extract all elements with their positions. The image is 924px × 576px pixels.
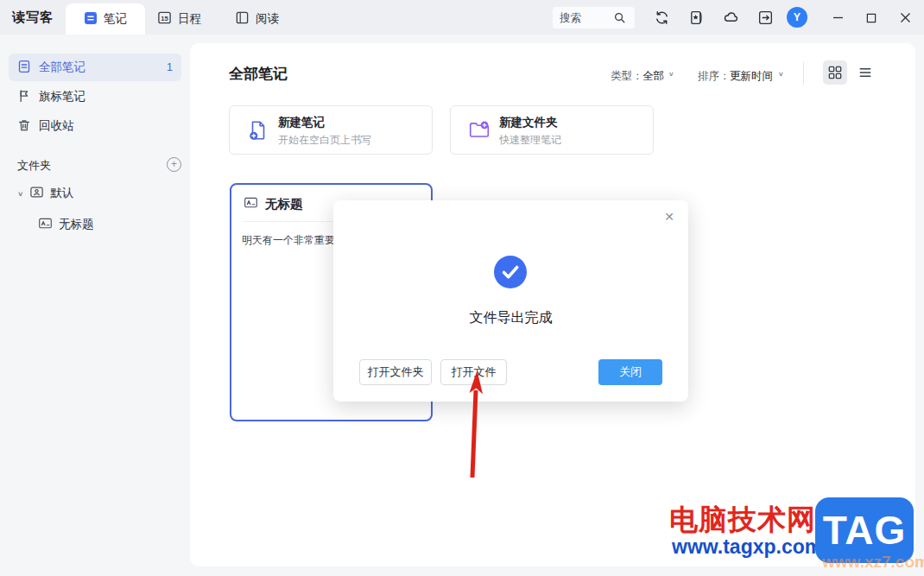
success-check-icon xyxy=(493,255,528,293)
note-icon xyxy=(244,195,258,212)
trash-icon xyxy=(17,118,31,135)
sidebar-item-label: 旗标笔记 xyxy=(39,89,85,104)
sidebar-item-all-notes[interactable]: 全部笔记 1 xyxy=(9,54,181,81)
tab-notes-label: 笔记 xyxy=(104,11,127,27)
export-complete-dialog: ✕ 文件导出完成 打开文件夹 打开文件 关闭 xyxy=(333,200,688,402)
sidebar-item-label: 回收站 xyxy=(39,118,74,134)
red-arrow xyxy=(462,367,488,481)
tab-notes[interactable]: 笔记 xyxy=(66,3,145,35)
sync-icon[interactable] xyxy=(653,9,670,26)
sidebar-item-label: 全部笔记 xyxy=(39,60,85,75)
new-folder-card[interactable]: 新建文件夹 快速整理笔记 xyxy=(450,105,654,155)
document-icon xyxy=(17,60,31,76)
favorites-icon[interactable] xyxy=(687,9,705,26)
watermark-site-name: 电脑技术网 xyxy=(669,501,816,540)
sidebar-item-flagged[interactable]: 旗标笔记 xyxy=(9,83,181,111)
close-icon[interactable] xyxy=(899,11,912,24)
tab-reading-label: 阅读 xyxy=(256,11,279,27)
tag-badge-text: TAG xyxy=(823,507,907,554)
flag-icon xyxy=(17,89,31,105)
sidebar-folder-default[interactable]: ∨ 默认 xyxy=(17,185,73,202)
tab-schedule[interactable]: 15 日程 xyxy=(154,3,205,35)
new-folder-title: 新建文件夹 xyxy=(499,115,558,130)
divider xyxy=(803,62,804,85)
search-input[interactable] xyxy=(553,12,611,24)
cloud-icon[interactable] xyxy=(722,9,739,26)
tab-reading[interactable]: 阅读 xyxy=(231,3,282,35)
sidebar-item-trash[interactable]: 回收站 xyxy=(9,112,181,140)
dialog-message: 文件导出完成 xyxy=(333,309,688,327)
new-note-card[interactable]: 新建笔记 开始在空白页上书写 xyxy=(229,105,433,155)
note-icon xyxy=(38,216,53,233)
maximize-icon[interactable] xyxy=(864,11,877,24)
sort-chevron-icon[interactable]: ∨ xyxy=(778,71,784,78)
folder-user-icon xyxy=(29,185,44,202)
type-filter-label: 类型： xyxy=(611,69,643,84)
new-folder-subtitle: 快速整理笔记 xyxy=(499,133,561,148)
export-icon[interactable] xyxy=(756,9,774,26)
book-icon xyxy=(235,10,250,28)
chevron-down-icon[interactable]: ∨ xyxy=(17,190,23,198)
avatar[interactable]: Y xyxy=(787,7,807,28)
new-folder-icon xyxy=(468,119,490,145)
page-title: 全部笔记 xyxy=(229,64,288,84)
note-name: 无标题 xyxy=(59,217,94,232)
new-note-title: 新建笔记 xyxy=(278,115,325,130)
app-window: 读写客 笔记 15 日程 阅读 xyxy=(0,0,924,576)
list-view-icon[interactable] xyxy=(853,60,877,85)
svg-text:15: 15 xyxy=(161,15,168,22)
open-folder-button[interactable]: 打开文件夹 xyxy=(359,359,432,385)
new-note-icon xyxy=(247,119,269,145)
watermark-faint-url: www.xz7.com xyxy=(822,553,924,572)
sidebar-note-untitled[interactable]: 无标题 xyxy=(38,216,94,233)
folder-name: 默认 xyxy=(50,186,73,201)
note-count-badge: 1 xyxy=(167,61,173,73)
type-filter-value[interactable]: 全部 xyxy=(642,69,664,84)
search-box[interactable] xyxy=(553,7,635,28)
close-button[interactable]: 关闭 xyxy=(598,359,662,385)
calendar-icon: 15 xyxy=(157,10,172,28)
note-card-title: 无标题 xyxy=(265,196,303,212)
watermark-site-url: www.tagxp.com xyxy=(672,535,822,559)
folders-section-label: 文件夹 xyxy=(17,158,51,174)
tab-schedule-label: 日程 xyxy=(178,11,201,27)
notes-tab-icon xyxy=(84,11,98,28)
add-folder-icon[interactable]: + xyxy=(167,157,181,172)
titlebar: 读写客 笔记 15 日程 阅读 xyxy=(0,0,924,35)
app-logo-text: 读写客 xyxy=(12,9,54,26)
sort-filter-label: 排序： xyxy=(698,69,731,84)
sort-filter-value[interactable]: 更新时间 xyxy=(730,69,773,84)
minimize-icon[interactable] xyxy=(832,11,845,24)
dialog-close-icon[interactable]: ✕ xyxy=(664,210,674,224)
new-note-subtitle: 开始在空白页上书写 xyxy=(278,133,371,148)
search-icon xyxy=(613,11,626,24)
type-chevron-icon[interactable]: ∨ xyxy=(668,71,674,78)
grid-view-icon[interactable] xyxy=(823,60,847,85)
